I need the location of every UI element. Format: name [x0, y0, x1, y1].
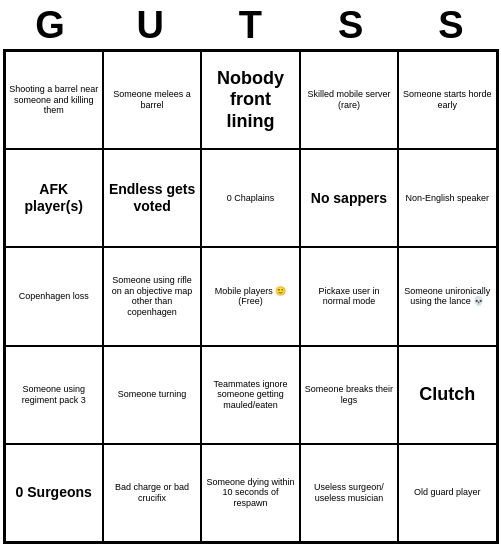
- bingo-cell-1[interactable]: Someone melees a barrel: [103, 51, 201, 149]
- bingo-cell-22[interactable]: Someone dying within 10 seconds of respa…: [201, 444, 299, 542]
- header-letter-t: T: [200, 4, 300, 47]
- bingo-cell-10[interactable]: Copenhagen loss: [5, 247, 103, 345]
- bingo-cell-8[interactable]: No sappers: [300, 149, 398, 247]
- bingo-cell-5[interactable]: AFK player(s): [5, 149, 103, 247]
- header-letter-s1: S: [301, 4, 401, 47]
- bingo-cell-18[interactable]: Someone breaks their legs: [300, 346, 398, 444]
- bingo-cell-12[interactable]: Mobile players 🙂 (Free): [201, 247, 299, 345]
- bingo-cell-15[interactable]: Someone using regiment pack 3: [5, 346, 103, 444]
- header-letter-s2: S: [401, 4, 501, 47]
- bingo-cell-4[interactable]: Someone starts horde early: [398, 51, 496, 149]
- bingo-cell-20[interactable]: 0 Surgeons: [5, 444, 103, 542]
- bingo-cell-11[interactable]: Someone using rifle on an objective map …: [103, 247, 201, 345]
- bingo-grid: Shooting a barrel near someone and killi…: [3, 49, 499, 544]
- bingo-header: G U T S S: [0, 0, 501, 49]
- bingo-cell-14[interactable]: Someone unironically using the lance 💀: [398, 247, 496, 345]
- bingo-cell-0[interactable]: Shooting a barrel near someone and killi…: [5, 51, 103, 149]
- header-letter-g: G: [0, 4, 100, 47]
- bingo-cell-13[interactable]: Pickaxe user in normal mode: [300, 247, 398, 345]
- bingo-cell-21[interactable]: Bad charge or bad crucifix: [103, 444, 201, 542]
- bingo-cell-19[interactable]: Clutch: [398, 346, 496, 444]
- bingo-cell-7[interactable]: 0 Chaplains: [201, 149, 299, 247]
- bingo-cell-24[interactable]: Old guard player: [398, 444, 496, 542]
- bingo-cell-17[interactable]: Teammates ignore someone getting mauled/…: [201, 346, 299, 444]
- bingo-cell-9[interactable]: Non-English speaker: [398, 149, 496, 247]
- bingo-cell-2[interactable]: Nobody front lining: [201, 51, 299, 149]
- bingo-cell-3[interactable]: Skilled mobile server (rare): [300, 51, 398, 149]
- bingo-cell-6[interactable]: Endless gets voted: [103, 149, 201, 247]
- bingo-cell-16[interactable]: Someone turning: [103, 346, 201, 444]
- bingo-cell-23[interactable]: Useless surgeon/ useless musician: [300, 444, 398, 542]
- header-letter-u: U: [100, 4, 200, 47]
